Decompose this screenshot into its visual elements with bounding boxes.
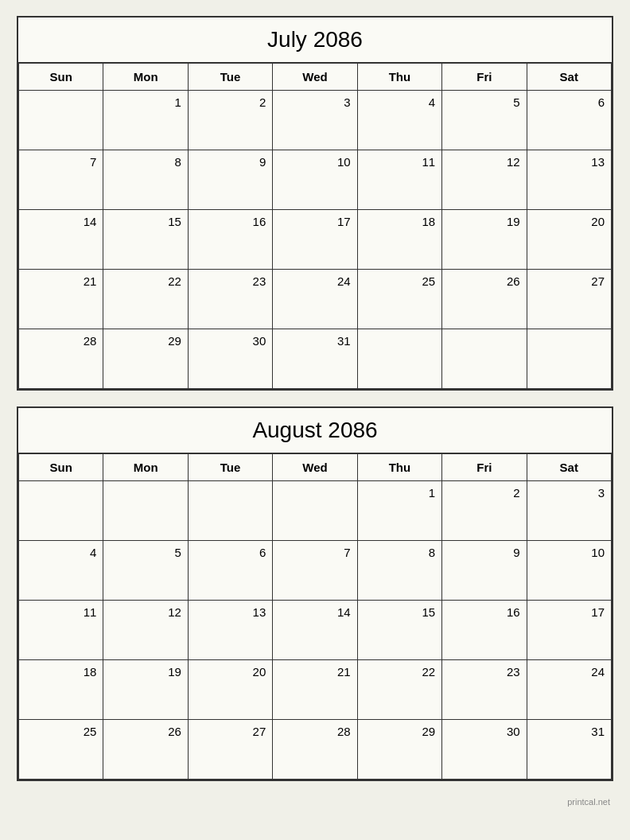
- table-row: 26: [442, 270, 527, 329]
- table-row: 21: [273, 660, 357, 720]
- table-row: 31: [273, 329, 357, 389]
- table-row: 1: [103, 91, 188, 150]
- table-row: 10: [273, 150, 357, 210]
- table-row: [189, 481, 273, 541]
- table-row: 16: [442, 601, 527, 660]
- table-row: 11: [358, 150, 442, 210]
- july-grid: Sun Mon Tue Wed Thu Fri Sat 1 2 3 4 5 6 …: [18, 64, 612, 389]
- table-row: [103, 481, 188, 541]
- table-row: 8: [358, 541, 442, 601]
- august-grid: Sun Mon Tue Wed Thu Fri Sat 1 2 3 4 5 6 …: [18, 454, 612, 780]
- table-row: 5: [103, 541, 188, 601]
- table-row: 18: [358, 210, 442, 270]
- table-row: [19, 481, 103, 541]
- table-row: [527, 329, 612, 389]
- table-row: 22: [358, 660, 442, 720]
- july-header-tue: Tue: [189, 64, 273, 91]
- table-row: 10: [527, 541, 612, 601]
- table-row: 27: [189, 720, 273, 780]
- august-header-thu: Thu: [358, 454, 442, 481]
- table-row: 2: [189, 91, 273, 150]
- table-row: [19, 91, 103, 150]
- table-row: 7: [273, 541, 357, 601]
- table-row: 3: [273, 91, 357, 150]
- table-row: 25: [19, 720, 103, 780]
- table-row: 2: [442, 481, 527, 541]
- august-title: August 2086: [18, 408, 612, 454]
- august-header-sat: Sat: [527, 454, 612, 481]
- table-row: 16: [189, 210, 273, 270]
- table-row: 14: [273, 601, 357, 660]
- july-header-wed: Wed: [273, 64, 357, 91]
- table-row: 22: [103, 270, 188, 329]
- table-row: 13: [527, 150, 612, 210]
- table-row: 25: [358, 270, 442, 329]
- table-row: 20: [189, 660, 273, 720]
- table-row: 14: [19, 210, 103, 270]
- july-header-mon: Mon: [103, 64, 188, 91]
- table-row: 4: [358, 91, 442, 150]
- table-row: 19: [442, 210, 527, 270]
- july-header-thu: Thu: [358, 64, 442, 91]
- table-row: 27: [527, 270, 612, 329]
- table-row: 28: [19, 329, 103, 389]
- table-row: 17: [273, 210, 357, 270]
- table-row: 12: [442, 150, 527, 210]
- table-row: [358, 329, 442, 389]
- watermark: printcal.net: [17, 797, 613, 807]
- table-row: 11: [19, 601, 103, 660]
- table-row: 31: [527, 720, 612, 780]
- july-header-fri: Fri: [442, 64, 527, 91]
- table-row: 23: [442, 660, 527, 720]
- august-header-fri: Fri: [442, 454, 527, 481]
- table-row: 20: [527, 210, 612, 270]
- table-row: 21: [19, 270, 103, 329]
- table-row: 30: [442, 720, 527, 780]
- table-row: 15: [103, 210, 188, 270]
- august-header-wed: Wed: [273, 454, 357, 481]
- august-header-mon: Mon: [103, 454, 188, 481]
- table-row: 8: [103, 150, 188, 210]
- table-row: 19: [103, 660, 188, 720]
- table-row: 17: [527, 601, 612, 660]
- table-row: 26: [103, 720, 188, 780]
- table-row: 29: [103, 329, 188, 389]
- july-title: July 2086: [18, 18, 612, 64]
- table-row: 7: [19, 150, 103, 210]
- july-calendar: July 2086 Sun Mon Tue Wed Thu Fri Sat 1 …: [17, 16, 613, 391]
- table-row: 24: [527, 660, 612, 720]
- table-row: 15: [358, 601, 442, 660]
- table-row: 24: [273, 270, 357, 329]
- july-header-sat: Sat: [527, 64, 612, 91]
- table-row: [273, 481, 357, 541]
- table-row: 6: [189, 541, 273, 601]
- table-row: 28: [273, 720, 357, 780]
- table-row: 9: [189, 150, 273, 210]
- august-calendar: August 2086 Sun Mon Tue Wed Thu Fri Sat …: [17, 406, 613, 781]
- table-row: 1: [358, 481, 442, 541]
- august-header-sun: Sun: [19, 454, 103, 481]
- table-row: 18: [19, 660, 103, 720]
- table-row: 30: [189, 329, 273, 389]
- august-header-tue: Tue: [189, 454, 273, 481]
- table-row: 29: [358, 720, 442, 780]
- july-header-sun: Sun: [19, 64, 103, 91]
- table-row: [442, 329, 527, 389]
- table-row: 4: [19, 541, 103, 601]
- table-row: 12: [103, 601, 188, 660]
- table-row: 13: [189, 601, 273, 660]
- table-row: 6: [527, 91, 612, 150]
- table-row: 23: [189, 270, 273, 329]
- table-row: 3: [527, 481, 612, 541]
- table-row: 5: [442, 91, 527, 150]
- table-row: 9: [442, 541, 527, 601]
